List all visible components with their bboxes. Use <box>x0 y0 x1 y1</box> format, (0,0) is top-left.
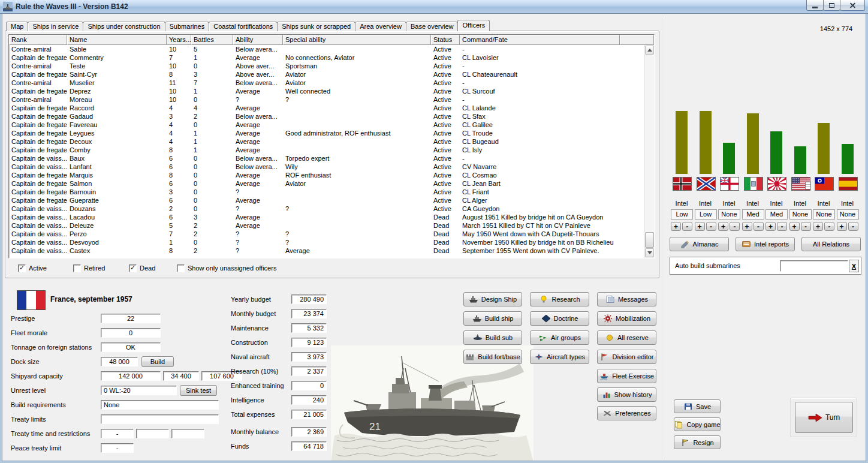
button-label: Intel reports <box>754 240 789 248</box>
intel-label: Intel <box>670 200 694 207</box>
tab-submarines[interactable]: Submarines <box>165 22 210 31</box>
right-panel: IntelLow+-IntelLow+-IntelNone+-IntelMed+… <box>0 0 868 463</box>
tab-ships-in-service[interactable]: Ships in service <box>28 22 83 31</box>
button-intel-reports[interactable]: Intel reports <box>736 237 795 251</box>
button-label: All Relations <box>813 240 849 248</box>
relation-minus-button[interactable]: - <box>777 222 787 231</box>
titlebar: Rule the Waves III - Version B142 <box>0 0 868 14</box>
relation-plus-button[interactable]: + <box>742 222 752 231</box>
tab-area-overview[interactable]: Area overview <box>355 22 406 31</box>
intel-level-value: None <box>718 209 740 220</box>
close-icon <box>849 2 856 8</box>
auto-build-bar: Auto build submarines X <box>670 257 861 275</box>
relation-plus-button[interactable]: + <box>837 222 847 231</box>
minimize-icon <box>812 7 818 8</box>
button-all-relations[interactable]: All Relations <box>801 237 861 251</box>
intel-label: Intel <box>764 200 788 207</box>
tab-bar: MapShips in serviceShips under construct… <box>6 20 490 31</box>
tab-map[interactable]: Map <box>6 22 28 31</box>
intel-label: Intel <box>717 200 741 207</box>
almanac-icon <box>680 240 690 248</box>
japan-flag-icon <box>767 177 786 191</box>
intel-label: Intel <box>694 200 718 207</box>
relation-minus-button[interactable]: - <box>848 222 858 231</box>
maximize-button[interactable] <box>823 0 840 11</box>
intel-label: Intel <box>836 200 860 207</box>
germany-flag-icon <box>673 177 692 191</box>
intel-level-value: None <box>837 209 859 220</box>
minimize-button[interactable] <box>806 0 824 11</box>
turn-button[interactable]: Turn <box>795 402 853 433</box>
relation-plus-button[interactable]: + <box>765 222 776 231</box>
auto-build-close-button[interactable]: X <box>849 260 859 272</box>
panel-divider <box>662 18 663 459</box>
relation-minus-button[interactable]: - <box>682 222 692 231</box>
maximize-icon <box>829 3 834 8</box>
button-label: Almanac <box>693 240 719 248</box>
italy-flag-icon <box>744 177 763 191</box>
app-icon <box>3 2 13 11</box>
relation-plus-button[interactable]: + <box>813 222 823 231</box>
intel-level-value: Med <box>765 209 788 220</box>
tab-ships-under-construction[interactable]: Ships under construction <box>83 22 165 31</box>
relation-minus-button[interactable]: - <box>754 222 764 231</box>
chart-bar <box>700 111 712 174</box>
relation-plus-button[interactable]: + <box>671 222 681 231</box>
tab-base-overview[interactable]: Base overview <box>406 22 459 31</box>
tab-ships-sunk-or-scrapped[interactable]: Ships sunk or scrapped <box>277 22 355 31</box>
intel-reports-icon <box>742 240 751 248</box>
china-flag-icon <box>815 177 834 191</box>
chart-bar <box>676 111 688 174</box>
window-title: Rule the Waves III - Version B142 <box>16 2 128 11</box>
spain-flag-icon <box>839 177 858 191</box>
chart-bar <box>747 113 759 174</box>
relation-plus-button[interactable]: + <box>695 222 705 231</box>
intel-level-value: None <box>813 209 835 220</box>
russia-flag-icon <box>697 177 716 191</box>
tab-officers[interactable]: Officers <box>457 20 490 31</box>
button-almanac[interactable]: Almanac <box>670 237 729 251</box>
relation-minus-button[interactable]: - <box>706 222 716 231</box>
intel-label: Intel <box>812 200 836 207</box>
uk-flag-icon <box>720 177 739 191</box>
relation-minus-button[interactable]: - <box>801 222 811 231</box>
relation-plus-button[interactable]: + <box>718 222 728 231</box>
chart-bar <box>723 143 735 174</box>
auto-build-input[interactable] <box>780 260 848 272</box>
turn-button-label: Turn <box>825 413 840 422</box>
intel-label: Intel <box>741 200 765 207</box>
turn-arrow-icon <box>808 413 822 422</box>
intel-label: Intel <box>788 200 812 207</box>
chart-bar <box>842 144 854 174</box>
tab-coastal-fortifications[interactable]: Coastal fortifications <box>209 22 278 31</box>
relation-minus-button[interactable]: - <box>824 222 834 231</box>
chart-bar <box>770 131 782 174</box>
chart-bar <box>818 123 830 174</box>
treaty-document-icon <box>805 182 811 190</box>
intel-level-value: None <box>789 209 812 220</box>
intel-level-value: Low <box>671 209 693 220</box>
intel-level-value: Med <box>742 209 764 220</box>
close-button[interactable] <box>840 0 865 11</box>
chart-bar <box>794 146 806 174</box>
window-controls <box>807 0 865 13</box>
intel-level-value: Low <box>695 209 717 220</box>
relation-plus-button[interactable]: + <box>789 222 800 231</box>
relation-minus-button[interactable]: - <box>730 222 740 231</box>
